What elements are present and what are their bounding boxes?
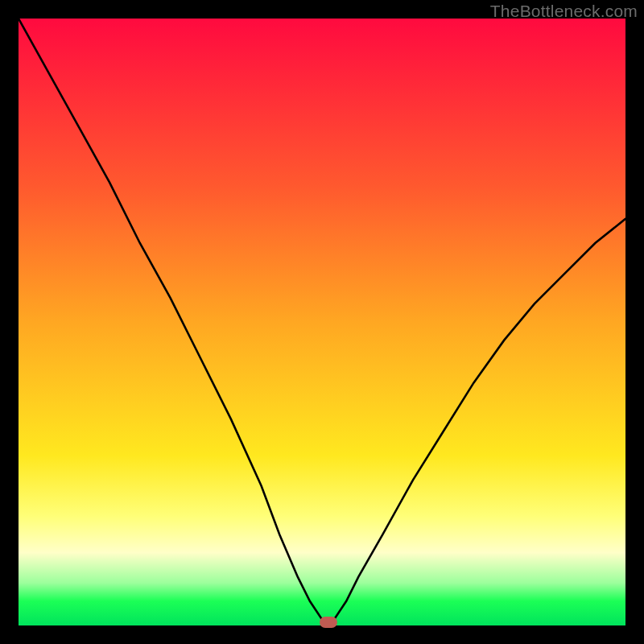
watermark-text: TheBottleneck.com [490,2,638,21]
plot-area [19,19,625,625]
bottleneck-curve [19,19,625,625]
optimal-marker [320,617,337,628]
